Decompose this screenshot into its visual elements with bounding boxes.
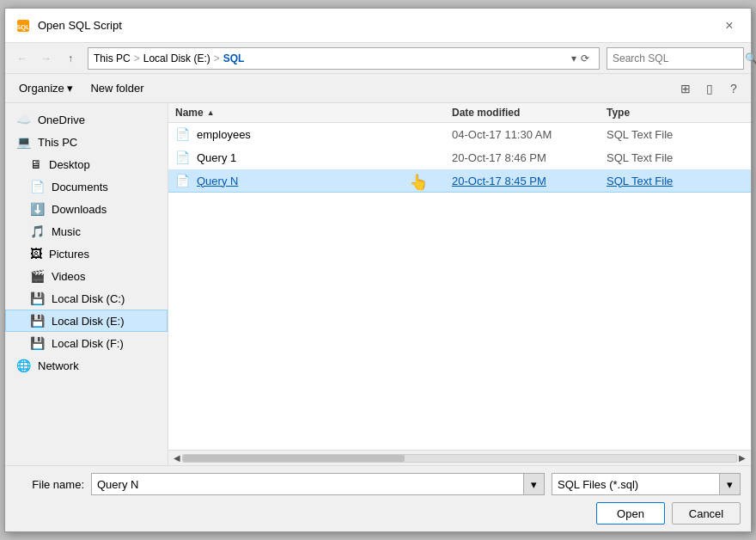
- table-row[interactable]: 📄 Query 1 20-Oct-17 8:46 PM SQL Text Fil…: [168, 146, 751, 169]
- column-date-label: Date modified: [452, 107, 520, 119]
- sidebar-item-onedrive[interactable]: ☁️ OneDrive: [5, 108, 168, 131]
- filename-label: File name:: [15, 478, 84, 491]
- main-area: ☁️ OneDrive 💻 This PC 🖥 Desktop 📄 Docume…: [5, 103, 751, 465]
- column-name-arrow: ▲: [207, 108, 215, 117]
- sidebar-item-documents[interactable]: 📄 Documents: [5, 175, 168, 198]
- local-disk-f-icon: 💾: [30, 336, 45, 350]
- sidebar: ☁️ OneDrive 💻 This PC 🖥 Desktop 📄 Docume…: [5, 103, 168, 465]
- music-icon: 🎵: [30, 224, 45, 238]
- grid-view-button[interactable]: ⊞: [675, 78, 696, 99]
- file-type-employees: SQL Text File: [607, 128, 744, 141]
- sidebar-label-documents: Documents: [52, 181, 108, 193]
- scroll-left-button[interactable]: ◀: [172, 453, 182, 463]
- breadcrumb-sql[interactable]: SQL: [223, 52, 245, 64]
- search-box: 🔍: [607, 47, 744, 70]
- sidebar-label-this-pc: This PC: [38, 136, 77, 149]
- sidebar-item-local-disk-e[interactable]: 💾 Local Disk (E:): [5, 310, 168, 332]
- sidebar-item-pictures[interactable]: 🖼 Pictures: [5, 242, 168, 265]
- sidebar-label-music: Music: [52, 225, 81, 238]
- nav-toolbar: ← → ↑ This PC > Local Disk (E:) > SQL ▾ …: [5, 43, 751, 74]
- column-name-label: Name: [175, 107, 204, 119]
- table-row[interactable]: 📄 Query N 20-Oct-17 8:45 PM SQL Text Fil…: [168, 169, 751, 193]
- sidebar-item-local-disk-c[interactable]: 💾 Local Disk (C:): [5, 287, 168, 310]
- sidebar-item-network[interactable]: 🌐 Network: [5, 354, 168, 377]
- file-list-header: Name ▲ Date modified Type: [168, 103, 751, 123]
- file-icon-query1: 📄: [175, 150, 190, 164]
- bottom-bar: File name: ▾ SQL Files (*.sql) All Files…: [5, 465, 751, 531]
- sidebar-item-this-pc[interactable]: 💻 This PC: [5, 131, 168, 153]
- back-button[interactable]: ←: [12, 48, 33, 69]
- file-type-query1: SQL Text File: [607, 151, 744, 164]
- sidebar-label-videos: Videos: [52, 270, 86, 283]
- sidebar-label-local-disk-c: Local Disk (C:): [52, 292, 125, 305]
- downloads-icon: ⬇️: [30, 202, 45, 216]
- file-name-query1: Query 1: [197, 151, 452, 164]
- sidebar-label-onedrive: OneDrive: [38, 114, 85, 126]
- sidebar-item-desktop[interactable]: 🖥 Desktop: [5, 153, 168, 175]
- this-pc-icon: 💻: [16, 135, 31, 149]
- open-sql-dialog: SQL Open SQL Script × ← → ↑ This PC > Lo…: [4, 8, 752, 532]
- sidebar-label-downloads: Downloads: [52, 203, 107, 216]
- organize-button[interactable]: Organize ▾: [12, 80, 80, 96]
- pictures-icon: 🖼: [30, 247, 42, 261]
- content-area: Name ▲ Date modified Type 📄 employees 04…: [168, 103, 751, 465]
- local-disk-c-icon: 💾: [30, 291, 45, 305]
- file-date-employees: 04-Oct-17 11:30 AM: [452, 128, 607, 141]
- svg-text:SQL: SQL: [16, 23, 31, 31]
- breadcrumb-local-disk-e[interactable]: Local Disk (E:): [143, 52, 210, 64]
- file-list: 📄 employees 04-Oct-17 11:30 AM SQL Text …: [168, 123, 751, 450]
- title-bar: SQL Open SQL Script ×: [5, 9, 751, 43]
- file-name-queryn: Query N: [197, 175, 452, 187]
- forward-button[interactable]: →: [36, 48, 57, 69]
- sidebar-label-local-disk-f: Local Disk (F:): [52, 337, 124, 350]
- split-view-button[interactable]: ▯: [699, 78, 720, 99]
- scroll-right-button[interactable]: ▶: [737, 453, 747, 463]
- filetype-select[interactable]: SQL Files (*.sql) All Files (*.*): [552, 478, 719, 491]
- filetype-dropdown-icon: ▾: [719, 474, 740, 494]
- breadcrumb-this-pc[interactable]: This PC: [94, 52, 131, 64]
- action-bar-right: ⊞ ▯ ?: [675, 78, 744, 99]
- new-folder-button[interactable]: New folder: [83, 80, 150, 96]
- sidebar-label-desktop: Desktop: [49, 158, 90, 171]
- sidebar-label-local-disk-e: Local Disk (E:): [52, 315, 125, 328]
- column-date[interactable]: Date modified: [452, 107, 607, 119]
- sidebar-item-local-disk-f[interactable]: 💾 Local Disk (F:): [5, 332, 168, 354]
- dialog-title: Open SQL Script: [38, 19, 122, 32]
- sql-icon: SQL: [15, 18, 31, 34]
- filename-input[interactable]: [92, 478, 523, 491]
- title-bar-left: SQL Open SQL Script: [15, 18, 122, 34]
- file-type-queryn: SQL Text File: [607, 175, 744, 187]
- h-scrollbar[interactable]: [182, 454, 737, 463]
- sidebar-item-videos[interactable]: 🎬 Videos: [5, 265, 168, 287]
- file-date-query1: 20-Oct-17 8:46 PM: [452, 151, 607, 164]
- help-button[interactable]: ?: [723, 78, 744, 99]
- up-button[interactable]: ↑: [60, 48, 81, 69]
- close-button[interactable]: ×: [718, 15, 741, 37]
- file-date-queryn: 20-Oct-17 8:45 PM: [452, 175, 607, 187]
- breadcrumb-sep-2: >: [214, 52, 220, 64]
- column-name[interactable]: Name ▲: [175, 107, 452, 119]
- cancel-button[interactable]: Cancel: [672, 502, 741, 525]
- breadcrumb: This PC > Local Disk (E:) > SQL: [94, 52, 571, 64]
- file-name-queryn-link[interactable]: Query N: [197, 175, 238, 187]
- filetype-select-wrap: SQL Files (*.sql) All Files (*.*) ▾: [552, 473, 741, 495]
- sidebar-item-music[interactable]: 🎵 Music: [5, 220, 168, 242]
- table-row[interactable]: 📄 employees 04-Oct-17 11:30 AM SQL Text …: [168, 123, 751, 146]
- column-type-label: Type: [607, 107, 630, 119]
- breadcrumb-sep-1: >: [134, 52, 140, 64]
- network-icon: 🌐: [16, 359, 31, 372]
- videos-icon: 🎬: [30, 269, 45, 283]
- file-icon-queryn: 📄: [175, 174, 190, 187]
- filename-dropdown-button[interactable]: ▾: [523, 474, 544, 494]
- address-bar: This PC > Local Disk (E:) > SQL ▾ ⟳: [88, 47, 600, 70]
- column-type[interactable]: Type: [607, 107, 744, 119]
- sidebar-item-downloads[interactable]: ⬇️ Downloads: [5, 198, 168, 220]
- action-bar-left: Organize ▾ New folder: [12, 80, 151, 96]
- h-scrollbar-area: ◀ ▶: [168, 450, 751, 465]
- open-button[interactable]: Open: [596, 502, 665, 525]
- refresh-button[interactable]: ⟳: [576, 50, 594, 67]
- file-icon-employees: 📄: [175, 127, 190, 141]
- filename-row: File name: ▾ SQL Files (*.sql) All Files…: [15, 473, 741, 495]
- file-name-employees: employees: [197, 128, 452, 141]
- search-input[interactable]: [613, 52, 741, 64]
